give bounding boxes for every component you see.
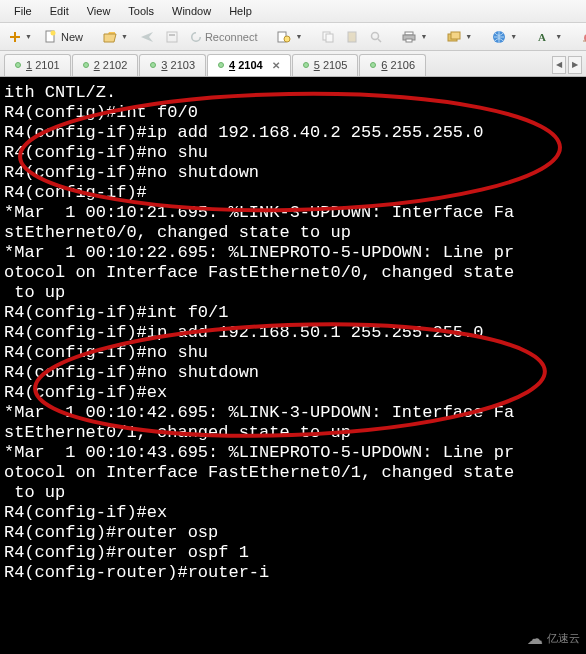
svg-line-12 — [378, 39, 381, 42]
terminal-line: to up — [4, 283, 584, 303]
svg-text:A: A — [538, 31, 546, 43]
send-button[interactable] — [135, 28, 159, 46]
new-label: New — [61, 31, 83, 43]
new-document-icon — [44, 30, 58, 44]
search-icon — [370, 31, 382, 43]
status-dot-icon — [150, 62, 156, 68]
status-dot-icon — [303, 62, 309, 68]
watermark: ☁ 亿速云 — [527, 629, 580, 648]
tab-label: 2102 — [103, 59, 127, 71]
chevron-down-icon: ▼ — [121, 33, 128, 40]
terminal-line: stEthernet0/0, changed state to up — [4, 223, 584, 243]
svg-point-7 — [284, 36, 290, 42]
tab-2101[interactable]: 1 2101 — [4, 54, 71, 76]
tab-2102[interactable]: 2 2102 — [72, 54, 139, 76]
tab-hotkey: 6 — [381, 59, 387, 71]
terminal-line: R4(config-if)#ip add 192.168.50.1 255.25… — [4, 323, 584, 343]
svg-rect-10 — [348, 32, 356, 42]
menu-help[interactable]: Help — [221, 3, 260, 19]
terminal-line: R4(config-if)#no shu — [4, 343, 584, 363]
reconnect-button[interactable]: Reconnect — [185, 28, 263, 46]
svg-point-3 — [50, 30, 55, 35]
menu-edit[interactable]: Edit — [42, 3, 77, 19]
terminal-line: R4(config-if)#ex — [4, 383, 584, 403]
menu-view[interactable]: View — [79, 3, 119, 19]
reconnect-label: Reconnect — [205, 31, 258, 43]
status-dot-icon — [15, 62, 21, 68]
tab-label: 2105 — [323, 59, 347, 71]
properties-button[interactable] — [161, 28, 183, 46]
menu-window[interactable]: Window — [164, 3, 219, 19]
find-button[interactable] — [365, 28, 387, 46]
close-tab-icon[interactable]: ✕ — [272, 60, 280, 71]
toolbar: ▼ New ▼ Reconnect ▼ ▼ ▼ — [0, 23, 586, 51]
copy-icon — [322, 31, 334, 43]
page-gear-icon — [277, 31, 291, 43]
font-button[interactable]: A ▼ — [532, 28, 567, 46]
svg-point-11 — [372, 32, 379, 39]
terminal-line: R4(config-router)#router-i — [4, 563, 584, 583]
tab-2106[interactable]: 6 2106 — [359, 54, 426, 76]
chevron-down-icon: ▼ — [510, 33, 517, 40]
terminal-line: to up — [4, 483, 584, 503]
options-button[interactable]: ▼ — [272, 28, 307, 46]
send-icon — [140, 31, 154, 43]
svg-rect-15 — [406, 39, 412, 42]
open-button[interactable]: ▼ — [98, 28, 133, 46]
chevron-down-icon: ▼ — [555, 33, 562, 40]
new-button[interactable]: New — [39, 27, 88, 47]
reconnect-icon — [190, 31, 202, 43]
terminal-line: R4(config-if)#no shu — [4, 143, 584, 163]
tab-scroll-left[interactable]: ◀ — [552, 56, 566, 74]
tab-2104[interactable]: 4 2104 ✕ — [207, 54, 291, 76]
terminal-line: *Mar 1 00:10:21.695: %LINK-3-UPDOWN: Int… — [4, 203, 584, 223]
chevron-down-icon: ▼ — [420, 33, 427, 40]
tab-label: 2106 — [391, 59, 415, 71]
tab-scroll-right[interactable]: ▶ — [568, 56, 582, 74]
tab-scroll-controls: ◀ ▶ — [552, 56, 582, 74]
add-tab-button[interactable]: ▼ — [4, 28, 37, 46]
terminal-line: R4(config)#int f0/0 — [4, 103, 584, 123]
properties-icon — [166, 31, 178, 43]
terminal-line: *Mar 1 00:10:42.695: %LINK-3-UPDOWN: Int… — [4, 403, 584, 423]
terminal-line: otocol on Interface FastEthernet0/1, cha… — [4, 463, 584, 483]
tab-2105[interactable]: 5 2105 — [292, 54, 359, 76]
tab-hotkey: 3 — [161, 59, 167, 71]
svg-rect-17 — [451, 32, 460, 39]
status-dot-icon — [370, 62, 376, 68]
menu-file[interactable]: File — [6, 3, 40, 19]
paste-button[interactable] — [341, 28, 363, 46]
plus-icon — [9, 31, 21, 43]
menubar: File Edit View Tools Window Help — [0, 0, 586, 23]
snail-button[interactable] — [577, 28, 586, 46]
svg-rect-9 — [326, 34, 333, 42]
menu-tools[interactable]: Tools — [120, 3, 162, 19]
folder-open-icon — [103, 31, 117, 43]
printer-icon — [402, 31, 416, 43]
terminal-line: *Mar 1 00:10:43.695: %LINEPROTO-5-UPDOWN… — [4, 443, 584, 463]
chevron-down-icon: ▼ — [25, 33, 32, 40]
terminal-line: R4(config)#router ospf 1 — [4, 543, 584, 563]
tab-hotkey: 1 — [26, 59, 32, 71]
globe-button[interactable]: ▼ — [487, 27, 522, 47]
tab-label: 2101 — [35, 59, 59, 71]
terminal-output[interactable]: ith CNTL/Z.R4(config)#int f0/0R4(config-… — [0, 77, 586, 654]
snail-icon — [582, 31, 586, 43]
status-dot-icon — [83, 62, 89, 68]
copy-button[interactable] — [317, 28, 339, 46]
terminal-line: stEthernet0/1, changed state to up — [4, 423, 584, 443]
svg-rect-1 — [10, 36, 20, 38]
terminal-line: R4(config-if)#ex — [4, 503, 584, 523]
terminal-line: R4(config-if)#ip add 192.168.40.2 255.25… — [4, 123, 584, 143]
terminal-line: R4(config-if)# — [4, 183, 584, 203]
status-dot-icon — [218, 62, 224, 68]
terminal-line: *Mar 1 00:10:22.695: %LINEPROTO-5-UPDOWN… — [4, 243, 584, 263]
terminal-line: otocol on Interface FastEthernet0/0, cha… — [4, 263, 584, 283]
tab-label: 2104 — [238, 59, 262, 71]
paste-icon — [346, 31, 358, 43]
tab-hotkey: 4 — [229, 59, 235, 71]
print-button[interactable]: ▼ — [397, 28, 432, 46]
tab-2103[interactable]: 3 2103 — [139, 54, 206, 76]
svg-rect-5 — [169, 34, 175, 36]
session-button[interactable]: ▼ — [442, 28, 477, 46]
